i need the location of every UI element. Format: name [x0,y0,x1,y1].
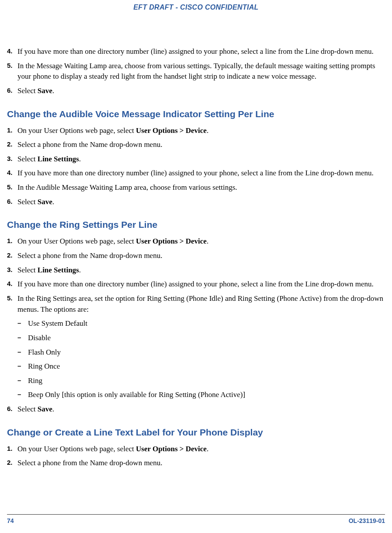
step-text: Select Save. [17,404,385,415]
step-text: Select Line Settings. [17,154,385,165]
step-text: Select a phone from the Name drop-down m… [17,139,385,150]
sub-list: –Use System Default–Disable–Flash Only–R… [17,318,385,401]
step-text: On your User Options web page, select Us… [17,444,385,455]
sub-item: –Flash Only [17,347,385,358]
step-item: 2.Select a phone from the Name drop-down… [7,458,385,469]
step-text: Select a phone from the Name drop-down m… [17,251,385,261]
sub-text: Use System Default [28,318,87,329]
step-item: 5.In the Ring Settings area, set the opt… [7,293,385,315]
step-text: If you have more than one directory numb… [17,279,385,290]
confidential-banner: EFT DRAFT - CISCO CONFIDENTIAL [133,3,258,11]
dash-icon: – [17,318,28,329]
step-text: Select a phone from the Name drop-down m… [17,458,385,469]
sub-text: Beep Only [this option is only available… [28,390,245,401]
step-item: 5.In the Message Waiting Lamp area, choo… [7,61,385,82]
sub-text: Ring [28,376,42,387]
step-text: If you have more than one directory numb… [17,46,385,57]
step-item: 3.Select Line Settings. [7,154,385,165]
sub-text: Ring Once [28,361,60,372]
dash-icon: – [17,390,28,401]
step-text: On your User Options web page, select Us… [17,125,385,136]
step-text: Select Save. [17,197,385,208]
step-item: 6.Select Save. [7,404,385,415]
step-number: 2. [7,139,17,150]
step-number: 6. [7,197,17,208]
step-number: 1. [7,125,17,136]
sub-text: Flash Only [28,347,61,358]
sub-item: –Use System Default [17,318,385,329]
sub-item: –Disable [17,333,385,344]
step-item: 1.On your User Options web page, select … [7,444,385,455]
step-number: 6. [7,86,17,97]
step-item: 5.In the Audible Message Waiting Lamp ar… [7,182,385,193]
document-id: OL-23119-01 [349,517,385,524]
step-number: 4. [7,279,17,290]
section-heading: Change the Ring Settings Per Line [7,219,385,230]
step-text: Select Line Settings. [17,265,385,276]
step-text: In the Ring Settings area, set the optio… [17,293,385,315]
sub-item: –Beep Only [this option is only availabl… [17,390,385,401]
page-number: 74 [7,517,14,524]
step-number: 5. [7,61,17,82]
step-item: 4.If you have more than one directory nu… [7,279,385,290]
step-number: 3. [7,154,17,165]
step-number: 1. [7,444,17,455]
step-item: 2.Select a phone from the Name drop-down… [7,139,385,150]
dash-icon: – [17,376,28,387]
step-item: 4.If you have more than one directory nu… [7,168,385,179]
step-item: 2.Select a phone from the Name drop-down… [7,251,385,261]
step-text: On your User Options web page, select Us… [17,236,385,247]
step-number: 6. [7,404,17,415]
step-text: Select Save. [17,86,385,97]
step-number: 4. [7,46,17,57]
step-text: In the Audible Message Waiting Lamp area… [17,182,385,193]
step-number: 3. [7,265,17,276]
sub-item: –Ring Once [17,361,385,372]
dash-icon: – [17,347,28,358]
step-item: 1.On your User Options web page, select … [7,236,385,247]
dash-icon: – [17,361,28,372]
step-number: 5. [7,182,17,193]
page-header: EFT DRAFT - CISCO CONFIDENTIAL [0,0,392,20]
section-heading: Change the Audible Voice Message Indicat… [7,109,385,119]
step-text: In the Message Waiting Lamp area, choose… [17,61,385,82]
dash-icon: – [17,333,28,344]
step-item: 4.If you have more than one directory nu… [7,46,385,57]
step-number: 2. [7,458,17,469]
step-number: 2. [7,251,17,261]
page-content: 4.If you have more than one directory nu… [0,20,392,469]
step-item: 1.On your User Options web page, select … [7,125,385,136]
sub-text: Disable [28,333,51,344]
page-footer: 74 OL-23119-01 [7,514,385,524]
section-heading: Change or Create a Line Text Label for Y… [7,427,385,438]
step-item: 6.Select Save. [7,197,385,208]
step-number: 1. [7,236,17,247]
step-item: 6.Select Save. [7,86,385,97]
step-number: 4. [7,168,17,179]
step-item: 3.Select Line Settings. [7,265,385,276]
step-text: If you have more than one directory numb… [17,168,385,179]
step-number: 5. [7,293,17,315]
sub-item: –Ring [17,376,385,387]
